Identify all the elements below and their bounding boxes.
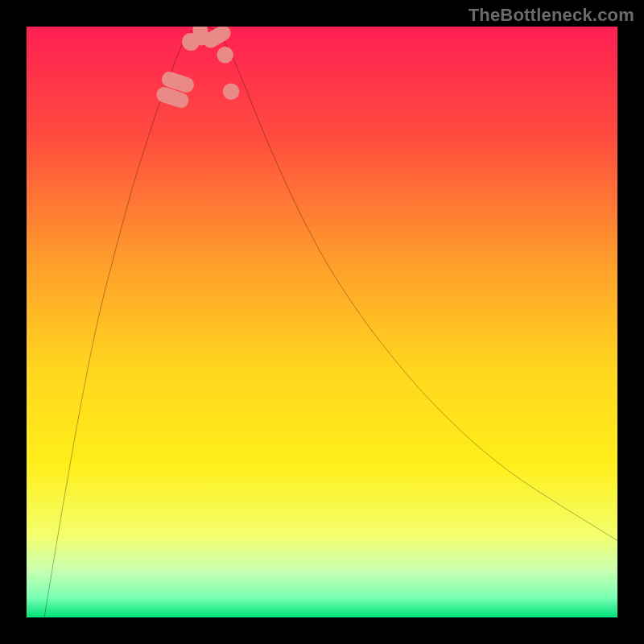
- bottleneck-plot: [27, 27, 617, 617]
- gradient-background: [27, 27, 617, 617]
- watermark-text: TheBottleneck.com: [469, 5, 634, 26]
- chart-stage: TheBottleneck.com: [0, 0, 644, 644]
- marker-dot: [217, 47, 233, 64]
- marker-dot: [223, 83, 240, 100]
